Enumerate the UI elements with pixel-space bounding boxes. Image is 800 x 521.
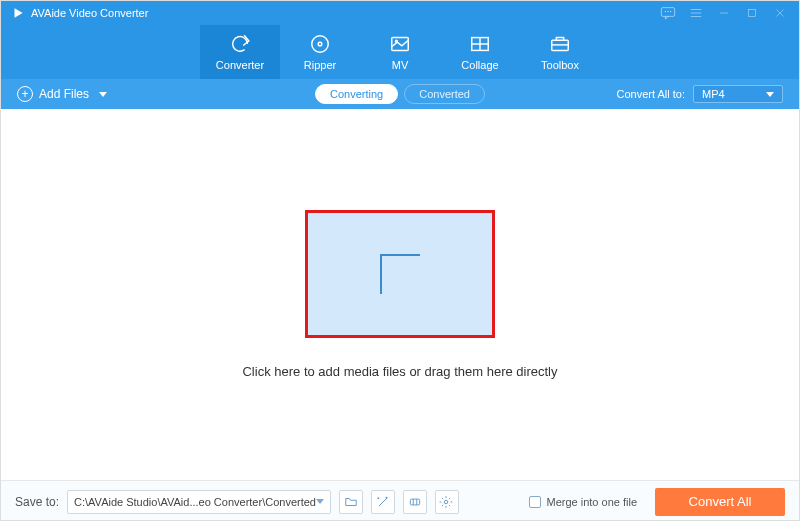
svg-rect-9 [749, 10, 756, 17]
menu-icon[interactable] [687, 4, 705, 22]
convert-all-to-label: Convert All to: [617, 88, 685, 100]
svg-point-4 [670, 11, 671, 12]
svg-point-3 [668, 11, 669, 12]
wand-icon [376, 495, 390, 509]
tab-converted[interactable]: Converted [404, 84, 485, 104]
convert-all-to: Convert All to: MP4 [617, 85, 783, 103]
save-path-dropdown[interactable]: C:\AVAide Studio\AVAid...eo Converter\Co… [67, 490, 331, 514]
plus-circle-icon: + [17, 86, 33, 102]
nav-label: Converter [216, 59, 264, 71]
svg-marker-0 [15, 8, 23, 17]
svg-point-15 [395, 40, 397, 42]
convert-all-button[interactable]: Convert All [655, 488, 785, 516]
grid-icon [469, 33, 491, 55]
merge-checkbox[interactable]: Merge into one file [529, 496, 638, 508]
nav-toolbox[interactable]: Toolbox [520, 25, 600, 79]
chevron-down-icon [99, 92, 107, 97]
nav-label: Toolbox [541, 59, 579, 71]
checkbox-box [529, 496, 541, 508]
nav-label: Collage [461, 59, 498, 71]
nav-converter[interactable]: Converter [200, 25, 280, 79]
nav-label: Ripper [304, 59, 336, 71]
save-to-label: Save to: [15, 495, 59, 509]
compress-button[interactable] [403, 490, 427, 514]
status-tabs: Converting Converted [315, 84, 485, 104]
svg-point-13 [318, 42, 322, 46]
sub-toolbar: + Add Files Converting Converted Convert… [1, 79, 799, 109]
svg-point-24 [444, 500, 448, 504]
add-files-label: Add Files [39, 87, 89, 101]
minimize-button[interactable] [715, 4, 733, 22]
gear-icon [439, 495, 453, 509]
tab-converting[interactable]: Converting [315, 84, 398, 104]
app-title: AVAide Video Converter [31, 7, 148, 19]
settings-button[interactable] [435, 490, 459, 514]
compress-icon [408, 495, 422, 509]
svg-rect-21 [410, 499, 419, 505]
title-bar: AVAide Video Converter [1, 1, 799, 25]
dropzone-hint: Click here to add media files or drag th… [242, 364, 557, 379]
close-button[interactable] [771, 4, 789, 22]
merge-label: Merge into one file [547, 496, 638, 508]
output-format-select[interactable]: MP4 [693, 85, 783, 103]
add-media-dropzone[interactable] [305, 210, 495, 338]
toolbox-icon [549, 33, 571, 55]
refresh-icon [229, 33, 251, 55]
save-path-value: C:\AVAide Studio\AVAid...eo Converter\Co… [74, 496, 316, 508]
nav-collage[interactable]: Collage [440, 25, 520, 79]
nav-ripper[interactable]: Ripper [280, 25, 360, 79]
app-logo-icon [11, 6, 25, 20]
nav-mv[interactable]: MV [360, 25, 440, 79]
svg-point-2 [665, 11, 666, 12]
nav-label: MV [392, 59, 409, 71]
image-icon [389, 33, 411, 55]
footer-bar: Save to: C:\AVAide Studio\AVAid...eo Con… [1, 480, 799, 521]
chevron-down-icon [316, 499, 324, 504]
output-format-value: MP4 [702, 88, 725, 100]
chevron-down-icon [766, 92, 774, 97]
enhance-button[interactable] [371, 490, 395, 514]
folder-icon [344, 495, 358, 509]
main-nav: Converter Ripper MV Collage Toolbox [1, 25, 799, 79]
svg-point-12 [312, 36, 329, 53]
main-area: Click here to add media files or drag th… [1, 109, 799, 480]
feedback-icon[interactable] [659, 4, 677, 22]
add-files-button[interactable]: + Add Files [17, 86, 107, 102]
maximize-button[interactable] [743, 4, 761, 22]
disc-icon [309, 33, 331, 55]
open-folder-button[interactable] [339, 490, 363, 514]
plus-icon [380, 254, 420, 294]
